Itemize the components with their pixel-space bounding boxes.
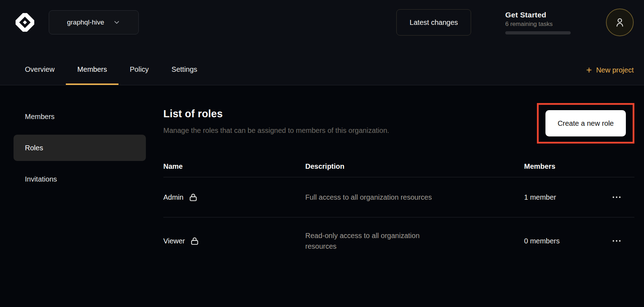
role-name-cell: Admin	[163, 193, 305, 202]
chevron-down-icon	[113, 18, 121, 26]
table-row-viewer: Viewer Read-only access to all organizat…	[163, 217, 634, 264]
roles-titles: List of roles Manage the roles that can …	[163, 103, 389, 135]
role-description: Read-only access to all organization res…	[305, 230, 456, 252]
get-started-remaining-tasks: 6 remaining tasks	[505, 21, 571, 28]
new-project-link[interactable]: + New project	[586, 55, 634, 85]
get-started-title: Get Started	[505, 11, 571, 19]
role-member-count: 1 member	[524, 193, 599, 201]
role-name: Admin	[163, 193, 184, 201]
tab-policy[interactable]: Policy	[118, 55, 160, 85]
column-header-members: Members	[524, 162, 599, 171]
role-actions-cell	[599, 190, 634, 204]
members-sidebar: Members Roles Invitations	[14, 85, 146, 264]
sidebar-item-roles[interactable]: Roles	[14, 135, 146, 161]
table-header-row: Name Description Members	[163, 156, 634, 177]
table-row-admin: Admin Full access to all organization re…	[163, 177, 634, 217]
roles-header: List of roles Manage the roles that can …	[163, 103, 634, 144]
topbar: graphql-hive Latest changes Get Started …	[0, 0, 644, 45]
org-tabs: Overview Members Policy Settings	[14, 55, 208, 85]
column-header-description: Description	[305, 162, 524, 171]
annotation-highlight-rect: Create a new role	[537, 103, 634, 144]
row-menu-button[interactable]	[609, 190, 624, 204]
tab-members[interactable]: Members	[66, 55, 118, 85]
brand-area: graphql-hive	[12, 10, 396, 35]
hive-logo-icon	[12, 10, 37, 35]
user-icon	[614, 17, 625, 28]
org-name: graphql-hive	[67, 18, 104, 26]
get-started-progress-bar	[505, 31, 571, 34]
roles-panel: List of roles Manage the roles that can …	[163, 85, 634, 264]
members-page: Members Roles Invitations List of roles …	[0, 85, 644, 264]
row-menu-button[interactable]	[609, 234, 624, 248]
sidebar-item-invitations[interactable]: Invitations	[14, 166, 146, 192]
page-subtitle: Manage the roles that can be assigned to…	[163, 126, 389, 135]
tab-settings[interactable]: Settings	[160, 55, 208, 85]
org-switcher-dropdown[interactable]: graphql-hive	[49, 10, 139, 34]
role-description: Full access to all organization resource…	[305, 192, 456, 203]
role-name: Viewer	[163, 237, 185, 245]
plus-icon: +	[586, 65, 592, 75]
get-started-widget[interactable]: Get Started 6 remaining tasks	[505, 11, 571, 34]
column-header-name: Name	[163, 162, 305, 171]
new-project-label: New project	[596, 66, 634, 74]
role-actions-cell	[599, 234, 634, 248]
latest-changes-button[interactable]: Latest changes	[396, 9, 471, 36]
create-new-role-button[interactable]: Create a new role	[545, 110, 626, 136]
lock-icon	[189, 193, 198, 202]
ellipsis-icon	[612, 196, 621, 199]
ellipsis-icon	[612, 239, 621, 242]
page-title: List of roles	[163, 108, 389, 120]
topbar-right: Latest changes Get Started 6 remaining t…	[396, 9, 634, 36]
role-name-cell: Viewer	[163, 236, 305, 246]
sidebar-item-members[interactable]: Members	[14, 103, 146, 130]
roles-table: Name Description Members Admin Full acce…	[163, 156, 634, 264]
lock-icon	[190, 236, 199, 246]
tab-overview[interactable]: Overview	[14, 55, 66, 85]
org-tabbar: Overview Members Policy Settings + New p…	[0, 45, 644, 85]
role-member-count: 0 members	[524, 237, 599, 245]
user-avatar[interactable]	[606, 9, 634, 36]
